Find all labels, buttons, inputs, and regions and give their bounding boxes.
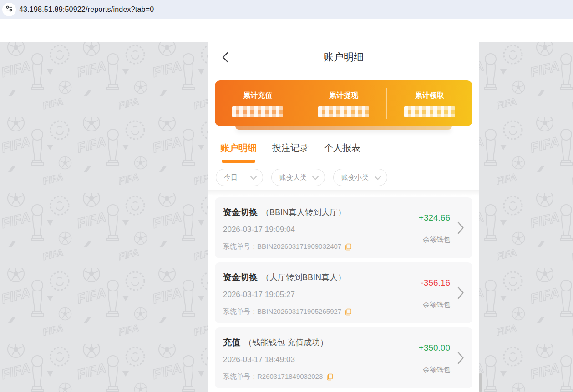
- transaction-amount: +324.66: [419, 213, 450, 223]
- transaction-list: 资金切换（BBIN真人转到大厅） 2026-03-17 19:09:04 系统单…: [215, 197, 472, 388]
- page-header: 账户明细: [208, 42, 479, 73]
- transaction-datetime: 2026-03-17 18:49:03: [223, 355, 295, 364]
- app-content: 账户明细 累计充值 累计提现 累计领取 账户明细 投注记录: [208, 42, 479, 392]
- transaction-type: 充值（钱能钱包 充值成功）: [223, 337, 328, 348]
- copy-icon: [345, 243, 352, 251]
- filter-major-category-dropdown[interactable]: 账变大类: [271, 169, 325, 186]
- transaction-amount: +350.00: [419, 343, 450, 353]
- copy-icon: [326, 373, 333, 381]
- transaction-order: 系统单号：BBIN202603171909032407: [223, 242, 352, 251]
- tabs: 账户明细 投注记录 个人报表: [220, 142, 479, 163]
- tune-toggles-icon: [5, 5, 13, 15]
- chevron-right-icon: [457, 286, 464, 301]
- tab-label: 个人报表: [324, 143, 360, 153]
- browser-address-bar: 43.198.51.89:50922/reports/index?tab=0: [0, 0, 573, 19]
- copy-button[interactable]: [345, 308, 352, 316]
- tab-account-detail[interactable]: 账户明细: [220, 142, 257, 163]
- stats-section: 累计充值 累计提现 累计领取: [208, 73, 479, 130]
- copy-button[interactable]: [345, 243, 352, 251]
- transaction-note: （钱能钱包 充值成功）: [244, 338, 328, 347]
- masked-value: [404, 106, 455, 117]
- transaction-wallet: 余额钱包: [423, 366, 450, 374]
- stat-total-withdrawal: 累计提现: [301, 80, 387, 126]
- copy-icon: [345, 308, 352, 316]
- transaction-wallet: 余额钱包: [423, 236, 450, 244]
- page-title: 账户明细: [208, 42, 479, 72]
- masked-value: [232, 106, 283, 117]
- transaction-type-label: 资金切换: [223, 272, 258, 282]
- stats-card-shadow-bar: [235, 126, 452, 130]
- chevron-down-icon: [312, 174, 319, 181]
- stat-label: 累计提现: [301, 91, 387, 101]
- stat-total-claimed: 累计领取: [386, 80, 472, 126]
- transaction-order: 系统单号：BBIN202603171905265927: [223, 307, 352, 316]
- transaction-type: 资金切换（BBIN真人转到大厅）: [223, 206, 346, 218]
- transaction-type-label: 充值: [223, 337, 240, 347]
- transaction-row[interactable]: 资金切换（大厅转到BBIN真人） 2026-03-17 19:05:27 系统单…: [215, 262, 472, 323]
- filter-label: 今日: [224, 173, 238, 182]
- filters-bottom-shadow: [208, 190, 479, 196]
- chevron-left-icon: [221, 57, 229, 64]
- transaction-datetime: 2026-03-17 19:05:27: [223, 290, 295, 299]
- chevron-down-icon: [250, 174, 257, 181]
- scrollbar-thumb[interactable]: [479, 373, 482, 392]
- active-tab-underline: [222, 160, 255, 163]
- transaction-row[interactable]: 充值（钱能钱包 充值成功） 2026-03-17 18:49:03 系统单号：R…: [215, 327, 472, 388]
- transaction-type: 资金切换（大厅转到BBIN真人）: [223, 271, 346, 283]
- order-number: 系统单号：R2603171849032023: [223, 372, 323, 381]
- tab-bet-records[interactable]: 投注记录: [272, 142, 309, 154]
- copy-button[interactable]: [326, 373, 333, 381]
- transaction-note: （大厅转到BBIN真人）: [261, 273, 346, 282]
- order-number: 系统单号：BBIN202603171909032407: [223, 242, 341, 251]
- stats-card: 累计充值 累计提现 累计领取: [215, 80, 472, 126]
- filters: 今日 账变大类 账变小类: [216, 169, 479, 186]
- transaction-amount: -356.16: [421, 278, 450, 288]
- filter-date-dropdown[interactable]: 今日: [216, 169, 263, 186]
- stat-label: 累计领取: [386, 91, 472, 101]
- transaction-datetime: 2026-03-17 19:09:04: [223, 225, 295, 234]
- back-button[interactable]: [220, 52, 230, 64]
- filter-minor-category-dropdown[interactable]: 账变小类: [333, 169, 387, 186]
- tab-personal-report[interactable]: 个人报表: [324, 142, 360, 154]
- transaction-wallet: 余额钱包: [423, 301, 450, 309]
- filter-label: 账变小类: [341, 173, 369, 182]
- chevron-right-icon: [457, 221, 464, 236]
- transaction-order: 系统单号：R2603171849032023: [223, 372, 333, 381]
- stat-label: 累计充值: [215, 91, 301, 101]
- stat-total-deposit: 累计充值: [215, 80, 301, 126]
- tab-label: 投注记录: [272, 143, 309, 153]
- chevron-down-icon: [375, 174, 381, 181]
- filter-label: 账变大类: [279, 173, 307, 182]
- chevron-right-icon: [457, 352, 464, 366]
- transaction-note: （BBIN真人转到大厅）: [261, 208, 346, 217]
- transaction-row[interactable]: 资金切换（BBIN真人转到大厅） 2026-03-17 19:09:04 系统单…: [215, 197, 472, 258]
- transaction-type-label: 资金切换: [223, 207, 258, 217]
- url-text[interactable]: 43.198.51.89:50922/reports/index?tab=0: [19, 5, 154, 14]
- site-settings-button[interactable]: [2, 3, 16, 16]
- masked-value: [318, 106, 369, 117]
- order-number: 系统单号：BBIN202603171905265927: [223, 307, 341, 316]
- tab-label: 账户明细: [220, 143, 257, 153]
